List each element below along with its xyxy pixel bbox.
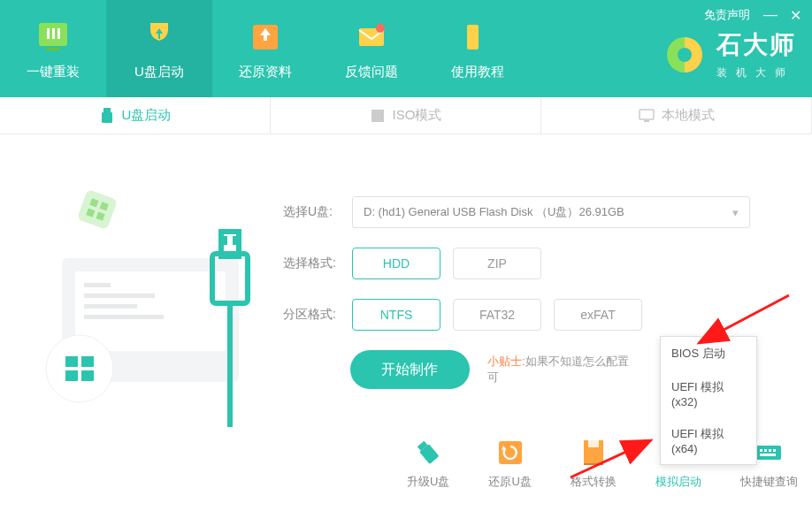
action-label: 还原U盘 <box>488 474 531 490</box>
row-select-disk: 选择U盘: D: (hd1) General USB Flash Disk （U… <box>283 196 761 228</box>
menu-uefi-x32[interactable]: UEFI 模拟(x32) <box>661 370 756 417</box>
svg-rect-4 <box>57 28 60 39</box>
usb-icon <box>99 108 115 124</box>
minimize-button[interactable]: — <box>763 7 778 24</box>
svg-rect-29 <box>224 236 227 245</box>
disk-dropdown[interactable]: D: (hd1) General USB Flash Disk （U盘）26.9… <box>352 196 750 228</box>
svg-rect-24 <box>81 356 94 367</box>
svg-rect-2 <box>47 28 50 39</box>
nav-label: 一键重装 <box>27 64 80 80</box>
svg-rect-21 <box>84 315 164 319</box>
tab-iso[interactable]: ISO模式 <box>271 97 541 133</box>
nav-label: U盘启动 <box>134 64 184 80</box>
svg-rect-20 <box>84 304 137 309</box>
svg-rect-23 <box>65 356 78 367</box>
select-format-label: 选择格式: <box>283 256 352 271</box>
monitor-icon <box>639 108 655 124</box>
action-label: 格式转换 <box>571 474 617 490</box>
svg-rect-38 <box>499 441 522 464</box>
logo-icon <box>663 34 706 76</box>
nav-label: 还原资料 <box>239 64 292 80</box>
svg-rect-41 <box>584 463 603 465</box>
chevron-down-icon: ▾ <box>732 206 739 219</box>
svg-rect-8 <box>467 25 479 50</box>
tab-label: 本地模式 <box>662 107 715 124</box>
svg-rect-12 <box>102 112 112 123</box>
format-option-hdd[interactable]: HDD <box>352 248 440 279</box>
format-convert-icon <box>578 437 609 469</box>
format-option-zip[interactable]: ZIP <box>453 248 541 279</box>
partition-option-exfat[interactable]: exFAT <box>554 299 642 331</box>
svg-rect-11 <box>103 108 111 112</box>
logo: 石大师 装机大师 <box>663 28 796 80</box>
action-label: 快捷键查询 <box>740 474 798 490</box>
svg-rect-45 <box>756 446 781 460</box>
svg-rect-13 <box>372 110 384 122</box>
svg-rect-31 <box>77 189 118 230</box>
partition-option-ntfs[interactable]: NTFS <box>352 299 440 331</box>
tab-label: ISO模式 <box>393 107 442 124</box>
feedback-icon <box>352 18 391 57</box>
partition-option-fat32[interactable]: FAT32 <box>453 299 541 331</box>
window-controls: — ✕ <box>763 7 801 24</box>
menu-uefi-x64[interactable]: UEFI 模拟(x64) <box>661 417 756 464</box>
action-restore-usb[interactable]: 还原U盘 <box>488 437 531 490</box>
svg-rect-1 <box>46 48 60 50</box>
action-upgrade-usb[interactable]: 升级U盘 <box>407 437 449 490</box>
row-partition: 分区格式: NTFS FAT32 exFAT <box>283 299 761 331</box>
reinstall-icon <box>34 18 73 57</box>
tip-text: 如果不知道怎么配置 <box>525 355 629 368</box>
disclaimer-link[interactable]: 免责声明 <box>704 7 750 23</box>
menu-bios-boot[interactable]: BIOS 启动 <box>661 337 756 370</box>
svg-rect-9 <box>479 25 488 50</box>
nav-reinstall[interactable]: 一键重装 <box>0 0 106 97</box>
restore-usb-icon <box>494 437 526 469</box>
logo-subtitle: 装机大师 <box>716 65 796 80</box>
simulate-boot-menu: BIOS 启动 UEFI 模拟(x32) UEFI 模拟(x64) <box>660 336 757 465</box>
nav-label: 反馈问题 <box>345 64 398 80</box>
svg-rect-25 <box>65 370 78 381</box>
tab-usb-boot[interactable]: U盘启动 <box>0 97 271 133</box>
svg-rect-49 <box>773 449 776 452</box>
upgrade-usb-icon <box>412 437 444 469</box>
disk-dropdown-value: D: (hd1) General USB Flash Disk （U盘）26.9… <box>364 204 624 220</box>
svg-rect-47 <box>764 449 767 452</box>
tip-label: 小贴士: <box>487 355 525 368</box>
svg-rect-14 <box>640 110 654 119</box>
mode-tabs: U盘启动 ISO模式 本地模式 <box>0 97 812 134</box>
svg-point-10 <box>678 48 692 62</box>
restore-icon <box>246 18 285 57</box>
svg-rect-3 <box>52 28 55 39</box>
nav-feedback[interactable]: 反馈问题 <box>318 0 425 97</box>
svg-rect-40 <box>588 440 599 447</box>
svg-point-22 <box>46 335 113 402</box>
svg-rect-26 <box>81 370 94 381</box>
svg-point-7 <box>376 24 385 33</box>
usb-boot-icon <box>140 18 179 57</box>
start-button[interactable]: 开始制作 <box>350 350 471 389</box>
svg-rect-19 <box>84 294 155 298</box>
usb-illustration <box>35 170 265 426</box>
svg-rect-15 <box>644 120 649 122</box>
svg-rect-46 <box>760 449 762 452</box>
hotkey-icon <box>753 437 785 469</box>
action-label: 升级U盘 <box>407 474 449 490</box>
tab-local[interactable]: 本地模式 <box>541 97 812 133</box>
nav-restore[interactable]: 还原资料 <box>212 0 318 97</box>
nav-label: 使用教程 <box>451 64 504 80</box>
close-button[interactable]: ✕ <box>790 7 801 24</box>
nav-usb-boot[interactable]: U盘启动 <box>106 0 212 97</box>
select-disk-label: 选择U盘: <box>283 204 352 220</box>
svg-rect-18 <box>84 283 111 287</box>
action-format-convert[interactable]: 格式转换 <box>571 437 617 490</box>
iso-icon <box>370 108 386 124</box>
action-label: 模拟启动 <box>655 474 701 490</box>
svg-rect-30 <box>233 236 236 245</box>
partition-label: 分区格式: <box>283 307 352 323</box>
svg-rect-50 <box>760 454 776 456</box>
header: 免责声明 — ✕ 一键重装 U盘启动 还原资料 反馈问题 使用教程 <box>0 0 812 97</box>
row-select-format: 选择格式: HDD ZIP <box>283 248 761 279</box>
svg-rect-48 <box>769 449 771 452</box>
tutorial-icon <box>458 18 497 57</box>
nav-tutorial[interactable]: 使用教程 <box>425 0 531 97</box>
